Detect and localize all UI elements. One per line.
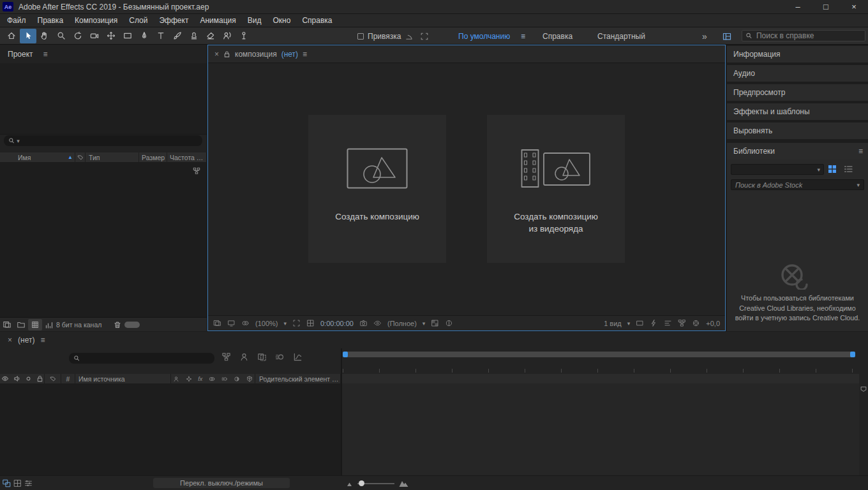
snapshot-camera-icon[interactable] [359, 319, 368, 327]
column-type[interactable]: Тип [86, 152, 139, 162]
project-search[interactable]: ▾ [4, 135, 202, 146]
grid-view-button[interactable] [828, 165, 837, 174]
tab-close-icon[interactable]: × [214, 50, 219, 59]
stock-search-input[interactable] [735, 181, 854, 189]
rotate-tool[interactable] [70, 29, 86, 43]
pan-behind-tool[interactable] [103, 29, 119, 43]
unified-camera-tool[interactable] [86, 29, 103, 43]
tab-close-icon[interactable]: × [8, 336, 12, 345]
menu-item-layer[interactable]: Слой [123, 16, 153, 25]
selection-tool[interactable] [20, 29, 36, 43]
menu-item-animation[interactable]: Анимация [194, 16, 241, 25]
project-panel-tab[interactable]: Проект ≡ [0, 45, 207, 63]
help-search-input[interactable] [756, 31, 862, 40]
caret-down-icon[interactable]: ▾ [857, 182, 860, 188]
workspace-standard[interactable]: Стандартный [597, 27, 645, 45]
type-tool[interactable] [153, 29, 169, 43]
maximize-button[interactable]: □ [812, 0, 840, 13]
flowchart-button-icon[interactable] [678, 319, 686, 327]
snap-angle-icon[interactable] [405, 32, 414, 41]
zoom-in-mountain-icon[interactable] [399, 479, 408, 487]
panel-menu-icon[interactable]: ≡ [858, 147, 863, 156]
list-view-button[interactable] [844, 165, 853, 174]
interpret-footage-button[interactable] [0, 319, 14, 330]
timeline-search-input[interactable] [82, 354, 210, 363]
time-ruler[interactable] [343, 360, 855, 373]
new-composition-button[interactable] [28, 319, 42, 330]
clone-stamp-tool[interactable] [186, 29, 202, 43]
fast-previews-icon[interactable] [650, 319, 658, 327]
collapse-icon[interactable] [186, 376, 192, 382]
preview-panel-header[interactable]: Предпросмотр [727, 84, 868, 101]
sort-ascending-icon[interactable]: ▲ [68, 154, 73, 160]
timeline-button-icon[interactable] [664, 319, 672, 327]
column-size[interactable]: Размер [139, 152, 167, 162]
align-panel-header[interactable]: Выровнять [727, 122, 868, 139]
menu-item-effect[interactable]: Эффект [153, 16, 194, 25]
menu-item-help[interactable]: Справка [296, 16, 338, 25]
fx-icon[interactable]: fx [198, 376, 202, 382]
mask-visibility-icon[interactable] [445, 319, 453, 327]
label-column[interactable] [45, 374, 61, 383]
column-rate[interactable]: Частота … [167, 152, 207, 162]
project-settings-button[interactable] [42, 319, 56, 330]
lock-icon[interactable] [36, 375, 43, 382]
zoom-out-mountain-icon[interactable] [347, 480, 353, 487]
stock-search[interactable]: ▾ [731, 179, 864, 190]
brush-tool[interactable] [169, 29, 186, 43]
menu-item-file[interactable]: Файл [1, 16, 32, 25]
comp-marker-icon[interactable] [860, 385, 867, 393]
graph-editor-icon[interactable] [293, 352, 303, 362]
snap-checkbox[interactable] [357, 33, 364, 40]
expand-layers-icon[interactable] [3, 479, 11, 487]
layer-list-area[interactable] [0, 383, 341, 475]
caret-down-icon[interactable]: ▾ [283, 320, 287, 327]
shy-icon[interactable] [173, 376, 179, 382]
new-composition-card[interactable]: Создать композицию [308, 115, 446, 263]
eraser-tool[interactable] [202, 29, 219, 43]
close-button[interactable]: × [840, 0, 868, 13]
frame-blending-icon[interactable] [257, 352, 267, 362]
search-caret-icon[interactable]: ▾ [17, 138, 20, 144]
library-select-dropdown[interactable]: ▾ [731, 164, 824, 175]
channels-icon[interactable] [241, 319, 250, 327]
time-navigator-end-handle[interactable] [850, 352, 855, 357]
always-preview-icon[interactable] [213, 319, 221, 327]
help-search[interactable] [742, 30, 865, 41]
motion-blur-icon[interactable] [221, 376, 228, 382]
info-panel-header[interactable]: Информация [727, 46, 868, 63]
new-composition-from-footage-card[interactable]: Создать композицию из видеоряда [487, 115, 625, 263]
toggle-switches-modes-button[interactable]: Перекл. выключ./режимы [153, 478, 290, 488]
timeline-search[interactable] [69, 353, 214, 364]
rectangle-tool[interactable] [119, 29, 136, 43]
resolution-dropdown[interactable]: (Полное) [387, 320, 417, 327]
grid-guides-icon[interactable] [306, 319, 315, 327]
adjustment-layer-icon[interactable] [234, 376, 240, 382]
eye-icon[interactable] [1, 375, 9, 382]
motion-blur-icon[interactable] [275, 352, 285, 362]
monitor-icon[interactable] [227, 319, 236, 327]
home-button[interactable] [3, 29, 20, 43]
puppet-pin-tool[interactable] [236, 29, 252, 43]
solo-icon[interactable] [25, 375, 32, 382]
roto-brush-tool[interactable] [219, 29, 236, 43]
time-navigator[interactable] [343, 352, 855, 357]
panel-menu-icon[interactable]: ≡ [303, 50, 307, 59]
comp-flowchart-icon[interactable] [221, 352, 231, 362]
menu-item-view[interactable]: Вид [242, 16, 267, 25]
transparency-grid-icon[interactable] [431, 319, 439, 327]
caret-down-icon[interactable]: ▾ [627, 320, 631, 327]
mask-icon[interactable] [209, 376, 215, 382]
workspace-default[interactable]: По умолчанию [458, 27, 510, 45]
caret-down-icon[interactable]: ▾ [423, 320, 426, 327]
source-name-column[interactable]: Имя источника [75, 374, 171, 383]
snap-bounds-icon[interactable] [420, 32, 429, 41]
region-of-interest-icon[interactable] [292, 319, 301, 327]
menu-item-composition[interactable]: Композиция [69, 16, 123, 25]
audio-panel-header[interactable]: Аудио [727, 65, 868, 82]
expand-switches-icon[interactable] [13, 479, 22, 487]
timeline-tab[interactable]: × (нет) ≡ [0, 332, 868, 348]
speaker-icon[interactable] [13, 375, 20, 382]
zoom-slider-knob[interactable] [359, 480, 364, 486]
exposure-value[interactable]: +0,0 [706, 320, 720, 327]
